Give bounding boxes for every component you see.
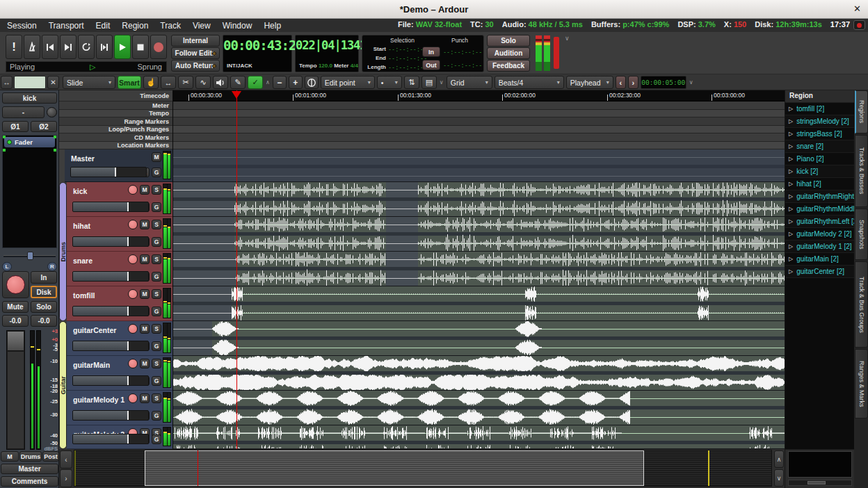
track-g-button[interactable]: G	[152, 376, 161, 386]
close-icon[interactable]: ✕	[853, 3, 861, 14]
mute-button[interactable]: Mute	[2, 301, 29, 313]
titlebar[interactable]: *Demo – Ardour ✕	[0, 0, 868, 19]
track-height-shrink-button[interactable]: ⇅	[404, 76, 419, 89]
track-m-button[interactable]: M	[140, 393, 150, 403]
track-m-button[interactable]: M	[140, 324, 150, 334]
track-g-button[interactable]: G	[152, 272, 161, 282]
timecode-ruler[interactable]: 00:00:30:0000:01:00:0000:01:30:0000:02:0…	[173, 90, 785, 101]
zoom-fit-button[interactable]	[305, 76, 319, 89]
disk-button[interactable]: Disk	[31, 286, 57, 298]
follow-edits-button[interactable]: Follow Edits	[171, 47, 220, 59]
zoom-focus-dropdown[interactable]: Playhead▾	[566, 76, 613, 89]
summary-scroll-right-button[interactable]: ›	[60, 469, 72, 487]
grid-unit-dropdown[interactable]: Beats/4▾	[495, 76, 564, 89]
region-list-item[interactable]: ▷snare [2]	[785, 140, 854, 153]
expand-triangle-icon[interactable]: ▷	[785, 168, 796, 174]
track-fader[interactable]	[72, 410, 149, 421]
side-tab-snapshots[interactable]: Snapshots	[855, 209, 868, 260]
menu-item-edit[interactable]: Edit	[96, 21, 111, 31]
track-record-arm-button[interactable]	[128, 289, 138, 299]
expand-triangle-icon[interactable]: ▷	[785, 193, 796, 200]
menu-item-session[interactable]: Session	[7, 21, 37, 31]
track-header-guitarmelody-1[interactable]: guitarMelody 1MSPAG	[67, 391, 172, 425]
stretch-tool-button[interactable]: ∿	[195, 76, 211, 89]
nudge-back-button[interactable]: ‹	[616, 76, 626, 89]
track-g-button[interactable]: G	[152, 307, 161, 316]
smart-mode-button[interactable]: Smart	[118, 76, 141, 89]
track-g-button[interactable]: G	[152, 411, 161, 421]
expand-triangle-icon[interactable]: ▷	[785, 268, 796, 275]
track-s-button[interactable]: S	[152, 359, 161, 368]
track-fader[interactable]	[72, 341, 149, 351]
summary-scroll-down-button[interactable]: ∨	[774, 469, 784, 487]
region-list-item[interactable]: ▷guitarMelody 2 [2]	[785, 228, 854, 241]
go-to-end-button[interactable]	[60, 35, 77, 59]
nudge-forward-button[interactable]: ›	[628, 76, 638, 89]
comments-button[interactable]: Comments	[1, 476, 58, 487]
secondary-clock[interactable]: 022|04|1341 Tempo 120.0 Meter 4/4	[295, 35, 359, 72]
master-route-button[interactable]: Master	[1, 464, 58, 474]
clip-indicator[interactable]	[554, 37, 559, 69]
track-g-button[interactable]: G	[152, 168, 161, 177]
expand-triangle-icon[interactable]: ▷	[785, 143, 796, 149]
punch-in-button[interactable]: In	[422, 47, 440, 57]
track-canvas[interactable]: 00:00:30:0000:01:00:0000:01:30:0000:02:0…	[172, 90, 785, 449]
cut-tool-button[interactable]: ✂	[178, 76, 193, 89]
gain-fader-handle[interactable]	[8, 332, 24, 351]
track-header-snare[interactable]: snareMSPAG	[67, 252, 172, 286]
track-m-button[interactable]: M	[140, 185, 150, 195]
track-m-button[interactable]: M	[140, 254, 150, 264]
grab-tool-button[interactable]: ☝	[143, 76, 159, 89]
region-list-item[interactable]: ▷stringsMelody [2]	[785, 115, 854, 128]
strip-record-arm-button[interactable]	[2, 271, 29, 298]
ruler-row[interactable]	[173, 142, 785, 149]
range-tool-button[interactable]: ↔	[161, 76, 176, 89]
menu-item-help[interactable]: Help	[264, 21, 281, 31]
track-record-arm-button[interactable]	[128, 324, 138, 334]
region-list-item[interactable]: ▷Piano [2]	[785, 153, 854, 165]
track-lane-hihat[interactable]	[173, 217, 785, 252]
track-s-button[interactable]: S	[152, 220, 161, 229]
side-tab-regions[interactable]: Regions	[855, 90, 868, 133]
region-list-hscrollbar[interactable]	[788, 480, 852, 486]
track-s-button[interactable]: S	[152, 185, 161, 195]
internal-button[interactable]: Internal	[171, 35, 220, 47]
expand-triangle-icon[interactable]: ▷	[785, 106, 796, 112]
summary-scroll-up-button[interactable]: ∧	[774, 450, 784, 468]
menu-item-window[interactable]: Window	[223, 21, 252, 31]
track-s-button[interactable]: S	[152, 254, 161, 264]
peak-display[interactable]: -0.0	[31, 315, 57, 327]
primary-clock[interactable]: 00:00:43:25 INT/JACK	[223, 35, 292, 72]
expand-triangle-icon[interactable]: ▷	[785, 206, 796, 212]
stop-button[interactable]	[132, 35, 149, 59]
track-m-button[interactable]: M	[140, 220, 150, 229]
region-list-item[interactable]: ▷hihat [2]	[785, 178, 854, 190]
region-list-item[interactable]: ▷guitarRhythmLeft [2]	[785, 215, 854, 228]
track-header-hihat[interactable]: hihatMSPAG	[67, 217, 172, 252]
track-lane-tomfill[interactable]	[173, 286, 785, 321]
track-header-guitarmain[interactable]: guitarMainMSPAG	[67, 356, 172, 391]
loop-button[interactable]	[78, 35, 95, 59]
playhead-line[interactable]	[236, 90, 237, 449]
record-indicator-icon[interactable]	[853, 20, 865, 30]
region-list-item[interactable]: ▷guitarCenter [2]	[785, 266, 854, 278]
strip-width-button[interactable]: ↔	[1, 76, 13, 89]
track-m-button[interactable]: M	[140, 289, 150, 299]
ruler-label-loop-punch-ranges[interactable]: Loop/Punch Ranges	[59, 126, 172, 133]
metronome-button[interactable]	[24, 35, 40, 59]
snap-mode-dropdown[interactable]: Grid▾	[447, 76, 492, 89]
pan-slider[interactable]	[2, 250, 57, 261]
group-band-drums[interactable]: Drums	[59, 182, 67, 321]
region-list-item[interactable]: ▷guitarMelody 1 [2]	[785, 241, 854, 253]
summary-scroll-left-button[interactable]: ‹	[60, 450, 72, 469]
track-record-arm-button[interactable]	[128, 359, 138, 368]
audition-tool-button[interactable]	[213, 76, 228, 89]
track-record-arm-button[interactable]	[128, 393, 138, 403]
expand-triangle-icon[interactable]: ▷	[785, 243, 796, 250]
track-g-button[interactable]: G	[152, 237, 161, 247]
strip-close-button[interactable]: ✕	[47, 76, 59, 89]
region-list-item[interactable]: ▷stringsBass [2]	[785, 128, 854, 140]
region-list-item[interactable]: ▷guitarRhythmMiddle [2]	[785, 203, 854, 215]
track-fader[interactable]	[70, 167, 147, 177]
track-fader[interactable]	[72, 271, 149, 282]
